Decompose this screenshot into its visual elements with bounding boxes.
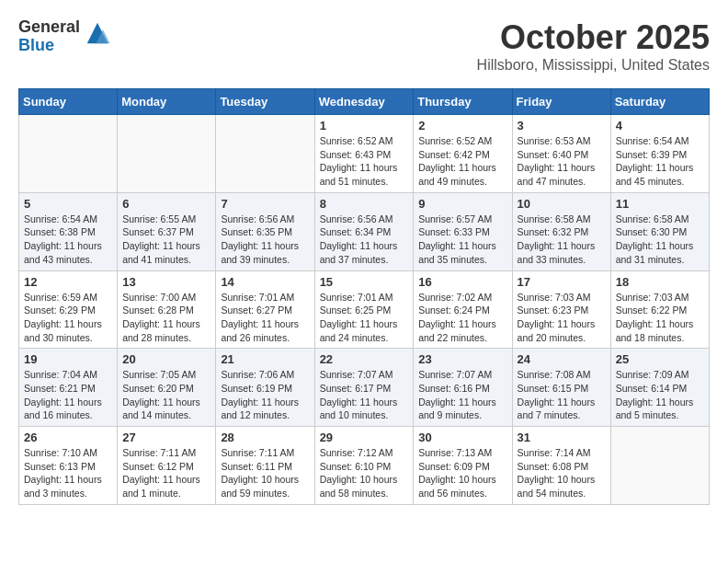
day-number: 9 xyxy=(418,197,506,211)
title-block: October 2025 Hillsboro, Mississippi, Uni… xyxy=(477,18,710,74)
day-info: Sunrise: 6:59 AM Sunset: 6:29 PM Dayligh… xyxy=(24,291,112,345)
calendar-cell: 25Sunrise: 7:09 AM Sunset: 6:14 PM Dayli… xyxy=(610,349,709,427)
day-info: Sunrise: 7:03 AM Sunset: 6:22 PM Dayligh… xyxy=(616,291,704,345)
day-info: Sunrise: 7:06 AM Sunset: 6:19 PM Dayligh… xyxy=(221,368,309,422)
day-number: 11 xyxy=(616,197,704,211)
weekday-header: Thursday xyxy=(414,89,512,115)
day-number: 28 xyxy=(221,431,309,444)
calendar-cell: 7Sunrise: 6:56 AM Sunset: 6:35 PM Daylig… xyxy=(216,192,314,270)
calendar-cell: 6Sunrise: 6:55 AM Sunset: 6:37 PM Daylig… xyxy=(118,192,216,270)
calendar-cell: 29Sunrise: 7:12 AM Sunset: 6:10 PM Dayli… xyxy=(314,427,414,505)
logo-blue: Blue xyxy=(18,37,80,55)
day-number: 7 xyxy=(221,197,309,211)
day-info: Sunrise: 7:03 AM Sunset: 6:23 PM Dayligh… xyxy=(518,291,606,345)
day-number: 18 xyxy=(616,275,704,289)
calendar-week-row: 12Sunrise: 6:59 AM Sunset: 6:29 PM Dayli… xyxy=(19,270,710,349)
day-info: Sunrise: 6:52 AM Sunset: 6:43 PM Dayligh… xyxy=(320,134,409,189)
calendar-cell: 16Sunrise: 7:02 AM Sunset: 6:24 PM Dayli… xyxy=(414,270,512,349)
location: Hillsboro, Mississippi, United States xyxy=(477,57,710,74)
calendar-cell: 12Sunrise: 6:59 AM Sunset: 6:29 PM Dayli… xyxy=(19,270,118,349)
day-number: 1 xyxy=(320,119,409,132)
calendar-cell: 11Sunrise: 6:58 AM Sunset: 6:30 PM Dayli… xyxy=(610,192,709,270)
day-info: Sunrise: 7:12 AM Sunset: 6:10 PM Dayligh… xyxy=(320,446,409,500)
calendar-cell: 14Sunrise: 7:01 AM Sunset: 6:27 PM Dayli… xyxy=(216,270,314,349)
day-number: 6 xyxy=(122,197,210,211)
calendar-cell: 20Sunrise: 7:05 AM Sunset: 6:20 PM Dayli… xyxy=(118,349,216,427)
day-number: 5 xyxy=(24,197,112,211)
day-info: Sunrise: 6:58 AM Sunset: 6:32 PM Dayligh… xyxy=(518,213,606,267)
calendar-cell: 8Sunrise: 6:56 AM Sunset: 6:34 PM Daylig… xyxy=(314,192,414,270)
day-info: Sunrise: 7:09 AM Sunset: 6:14 PM Dayligh… xyxy=(616,368,704,422)
weekday-header: Wednesday xyxy=(314,89,414,115)
weekday-header: Friday xyxy=(512,89,610,115)
day-info: Sunrise: 6:53 AM Sunset: 6:40 PM Dayligh… xyxy=(518,134,606,189)
weekday-header: Monday xyxy=(118,89,216,115)
day-info: Sunrise: 6:55 AM Sunset: 6:37 PM Dayligh… xyxy=(122,213,210,267)
day-number: 31 xyxy=(518,431,606,444)
calendar-cell: 5Sunrise: 6:54 AM Sunset: 6:38 PM Daylig… xyxy=(19,192,118,270)
day-info: Sunrise: 6:56 AM Sunset: 6:34 PM Dayligh… xyxy=(320,213,409,267)
day-info: Sunrise: 7:14 AM Sunset: 6:08 PM Dayligh… xyxy=(518,446,606,500)
day-info: Sunrise: 6:57 AM Sunset: 6:33 PM Dayligh… xyxy=(418,213,506,267)
day-number: 30 xyxy=(418,431,506,444)
day-info: Sunrise: 7:11 AM Sunset: 6:12 PM Dayligh… xyxy=(122,446,210,500)
page-header: General Blue October 2025 Hillsboro, Mis… xyxy=(18,18,710,74)
day-info: Sunrise: 7:08 AM Sunset: 6:15 PM Dayligh… xyxy=(518,368,606,422)
calendar-cell: 27Sunrise: 7:11 AM Sunset: 6:12 PM Dayli… xyxy=(118,427,216,505)
month-title: October 2025 xyxy=(477,18,710,57)
day-number: 19 xyxy=(24,352,112,366)
day-info: Sunrise: 7:04 AM Sunset: 6:21 PM Dayligh… xyxy=(24,368,112,422)
weekday-header: Tuesday xyxy=(216,89,314,115)
day-number: 16 xyxy=(418,275,506,289)
day-number: 27 xyxy=(122,431,210,444)
day-number: 22 xyxy=(320,352,409,366)
calendar-cell: 22Sunrise: 7:07 AM Sunset: 6:17 PM Dayli… xyxy=(314,349,414,427)
calendar-cell: 15Sunrise: 7:01 AM Sunset: 6:25 PM Dayli… xyxy=(314,270,414,349)
day-info: Sunrise: 7:10 AM Sunset: 6:13 PM Dayligh… xyxy=(24,446,112,500)
day-number: 12 xyxy=(24,275,112,289)
day-number: 2 xyxy=(418,119,506,132)
calendar-cell: 3Sunrise: 6:53 AM Sunset: 6:40 PM Daylig… xyxy=(512,115,610,193)
logo-icon xyxy=(84,19,111,47)
day-info: Sunrise: 6:54 AM Sunset: 6:39 PM Dayligh… xyxy=(616,134,704,189)
calendar-cell: 21Sunrise: 7:06 AM Sunset: 6:19 PM Dayli… xyxy=(216,349,314,427)
weekday-header: Saturday xyxy=(610,89,709,115)
day-number: 24 xyxy=(518,352,606,366)
calendar-cell: 13Sunrise: 7:00 AM Sunset: 6:28 PM Dayli… xyxy=(118,270,216,349)
day-info: Sunrise: 7:13 AM Sunset: 6:09 PM Dayligh… xyxy=(418,446,506,500)
logo: General Blue xyxy=(18,18,111,55)
calendar-week-row: 26Sunrise: 7:10 AM Sunset: 6:13 PM Dayli… xyxy=(19,427,710,505)
calendar-cell: 9Sunrise: 6:57 AM Sunset: 6:33 PM Daylig… xyxy=(414,192,512,270)
day-info: Sunrise: 7:01 AM Sunset: 6:27 PM Dayligh… xyxy=(221,291,309,345)
day-number: 3 xyxy=(518,119,606,132)
logo-general: General xyxy=(18,18,80,37)
day-info: Sunrise: 6:56 AM Sunset: 6:35 PM Dayligh… xyxy=(221,213,309,267)
day-number: 8 xyxy=(320,197,409,211)
calendar-table: SundayMondayTuesdayWednesdayThursdayFrid… xyxy=(18,88,710,505)
day-info: Sunrise: 6:58 AM Sunset: 6:30 PM Dayligh… xyxy=(616,213,704,267)
calendar-week-row: 5Sunrise: 6:54 AM Sunset: 6:38 PM Daylig… xyxy=(19,192,710,270)
day-number: 10 xyxy=(518,197,606,211)
day-info: Sunrise: 6:54 AM Sunset: 6:38 PM Dayligh… xyxy=(24,213,112,267)
day-number: 23 xyxy=(418,352,506,366)
calendar-cell: 28Sunrise: 7:11 AM Sunset: 6:11 PM Dayli… xyxy=(216,427,314,505)
calendar-cell: 24Sunrise: 7:08 AM Sunset: 6:15 PM Dayli… xyxy=(512,349,610,427)
calendar-week-row: 1Sunrise: 6:52 AM Sunset: 6:43 PM Daylig… xyxy=(19,115,710,193)
calendar-cell: 31Sunrise: 7:14 AM Sunset: 6:08 PM Dayli… xyxy=(512,427,610,505)
day-info: Sunrise: 7:05 AM Sunset: 6:20 PM Dayligh… xyxy=(122,368,210,422)
calendar-cell xyxy=(216,115,314,193)
weekday-header: Sunday xyxy=(19,89,118,115)
calendar-cell: 10Sunrise: 6:58 AM Sunset: 6:32 PM Dayli… xyxy=(512,192,610,270)
calendar-cell xyxy=(610,427,709,505)
day-info: Sunrise: 7:02 AM Sunset: 6:24 PM Dayligh… xyxy=(418,291,506,345)
calendar-cell: 19Sunrise: 7:04 AM Sunset: 6:21 PM Dayli… xyxy=(19,349,118,427)
day-number: 29 xyxy=(320,431,409,444)
day-info: Sunrise: 7:00 AM Sunset: 6:28 PM Dayligh… xyxy=(122,291,210,345)
day-number: 13 xyxy=(122,275,210,289)
day-number: 14 xyxy=(221,275,309,289)
calendar-week-row: 19Sunrise: 7:04 AM Sunset: 6:21 PM Dayli… xyxy=(19,349,710,427)
calendar-cell xyxy=(19,115,118,193)
calendar-cell: 26Sunrise: 7:10 AM Sunset: 6:13 PM Dayli… xyxy=(19,427,118,505)
calendar-cell: 18Sunrise: 7:03 AM Sunset: 6:22 PM Dayli… xyxy=(610,270,709,349)
calendar-cell: 4Sunrise: 6:54 AM Sunset: 6:39 PM Daylig… xyxy=(610,115,709,193)
